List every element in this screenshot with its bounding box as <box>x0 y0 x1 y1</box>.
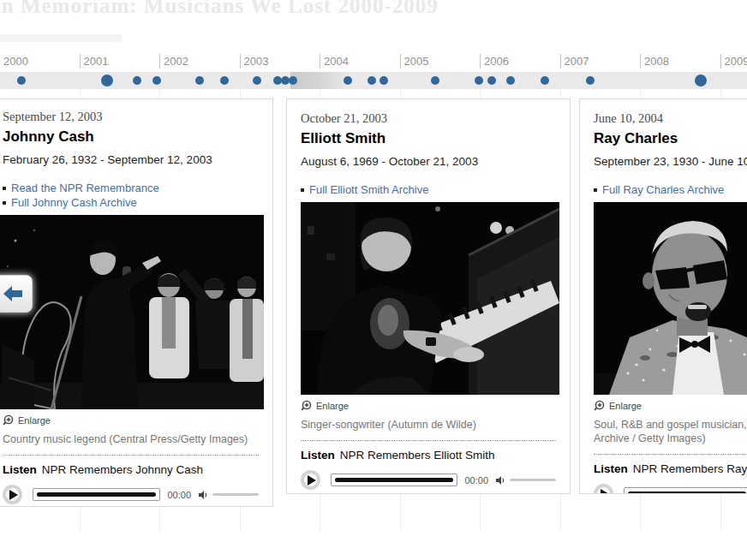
in-memoriam-timeline-app: In Memoriam: Musicians We Lost 2000-2009… <box>0 0 747 560</box>
year-label: 2002 <box>164 55 188 68</box>
faded-page-title: In Memoriam: Musicians We Lost 2000-2009 <box>0 0 439 18</box>
card-links: Read the NPR Remembrance Full Johnny Cas… <box>3 181 259 210</box>
year-tick <box>560 54 561 69</box>
memorial-card-ray-charles: June 10, 2004 Ray Charles September 23, … <box>579 98 747 494</box>
death-date: June 10, 2004 <box>594 111 747 126</box>
timeline-event-dot[interactable] <box>195 76 204 85</box>
timeline-event-dot[interactable] <box>133 76 141 85</box>
archive-link[interactable]: Full Elliott Smith Archive <box>309 182 428 197</box>
photo-caption: Soul, R&B and gospel musician, "TheArchi… <box>594 418 747 445</box>
divider <box>301 440 556 441</box>
faded-subtitle-remnant <box>0 34 122 42</box>
speaker-icon[interactable] <box>495 475 505 486</box>
timeline-event-dot[interactable] <box>289 76 297 85</box>
speaker-icon[interactable] <box>198 490 208 500</box>
card-links: Full Elliott Smith Archive <box>301 182 556 197</box>
year-label: 2001 <box>84 55 109 68</box>
seek-bar[interactable] <box>624 487 747 494</box>
audio-title: NPR Remembers Johnny Cash <box>42 463 203 476</box>
memorial-card-elliott-smith: October 21, 2003 Elliott Smith August 6,… <box>286 98 571 494</box>
card-links: Full Ray Charles Archive <box>594 182 747 197</box>
year-tick <box>640 54 641 69</box>
death-date: September 12, 2003 <box>3 110 259 124</box>
year-tick <box>400 54 401 69</box>
year-tick <box>480 54 481 69</box>
year-label: 2007 <box>565 55 589 68</box>
ray-charles-photo[interactable] <box>594 202 747 395</box>
listen-row: ListenNPR Remembers Elliott Smith <box>301 449 556 462</box>
play-icon <box>9 490 18 500</box>
elliott-smith-photo[interactable] <box>301 202 559 395</box>
artist-name: Johnny Cash <box>3 128 259 146</box>
year-tick <box>320 54 320 69</box>
year-label: 2000 <box>3 55 28 68</box>
seek-progress <box>335 478 453 482</box>
elapsed-time: 00:00 <box>167 490 191 500</box>
lifespan-dates: September 23, 1930 - June 10, 2004 <box>594 155 747 168</box>
seek-bar[interactable] <box>33 488 160 501</box>
enlarge-icon[interactable] <box>594 400 605 411</box>
year-label: 2004 <box>324 55 349 68</box>
audio-player: 00:00 <box>301 470 556 490</box>
audio-title: NPR Remembers Elliott Smith <box>340 449 495 462</box>
seek-bar[interactable] <box>331 474 457 486</box>
death-date: October 21, 2003 <box>301 111 556 126</box>
timeline-event-dot[interactable] <box>344 76 352 85</box>
enlarge-label[interactable]: Enlarge <box>609 401 642 411</box>
enlarge-label[interactable]: Enlarge <box>18 415 51 426</box>
seek-progress <box>37 492 156 497</box>
elapsed-time: 00:00 <box>464 475 488 486</box>
timeline-event-dot[interactable] <box>152 76 161 85</box>
timeline-event-dot[interactable] <box>253 76 261 85</box>
enlarge-label[interactable]: Enlarge <box>316 401 349 411</box>
timeline-event-dot[interactable] <box>475 76 483 85</box>
timeline-viewport-scrubber[interactable] <box>290 72 345 89</box>
artist-name: Ray Charles <box>594 130 747 147</box>
bullet-icon <box>3 187 6 190</box>
divider <box>3 455 259 456</box>
photo-caption: Country music legend (Central Press/Gett… <box>3 432 259 446</box>
bullet-icon <box>301 188 304 192</box>
volume-slider[interactable] <box>212 493 259 496</box>
lifespan-dates: August 6, 1969 - October 21, 2003 <box>301 155 556 168</box>
timeline-event-dot[interactable] <box>506 76 515 85</box>
timeline-event-dot[interactable] <box>586 76 595 85</box>
volume-slider[interactable] <box>510 479 556 481</box>
year-label: 2008 <box>644 55 669 68</box>
timeline-event-dot[interactable] <box>17 76 26 85</box>
photo-caption: Singer-songwriter (Autumn de Wilde) <box>301 418 556 432</box>
bullet-icon <box>3 201 6 205</box>
play-button[interactable] <box>594 484 613 494</box>
year-label: 2009 <box>725 55 747 68</box>
year-tick <box>159 54 160 69</box>
memorial-card-johnny-cash: September 12, 2003 Johnny Cash February … <box>0 98 273 507</box>
listen-row: ListenNPR Remembers Johnny Cash <box>3 463 259 476</box>
left-arrow-icon <box>2 284 24 303</box>
play-button[interactable] <box>301 470 320 490</box>
johnny-cash-photo[interactable] <box>0 215 264 409</box>
timeline-event-dot[interactable] <box>220 76 229 85</box>
enlarge-icon[interactable] <box>3 414 14 426</box>
enlarge-icon[interactable] <box>301 400 312 411</box>
timeline-event-dot[interactable] <box>368 76 376 85</box>
timeline-event-dot[interactable] <box>431 76 439 85</box>
year-tick <box>240 54 241 69</box>
year-label: 2005 <box>404 55 429 68</box>
divider <box>594 454 747 455</box>
play-button[interactable] <box>3 485 22 504</box>
remembrance-link[interactable]: Read the NPR Remembrance <box>11 181 159 195</box>
timeline-event-dot[interactable] <box>695 74 707 86</box>
archive-link[interactable]: Full Ray Charles Archive <box>602 182 724 197</box>
timeline-event-dot[interactable] <box>379 76 388 85</box>
timeline-event-dot[interactable] <box>541 76 549 85</box>
timeline-event-dot[interactable] <box>101 74 113 86</box>
audio-player: 00:00 <box>3 485 259 504</box>
listen-row: ListenNPR Remembers Ray Charles <box>594 462 747 475</box>
year-label: 2003 <box>244 55 269 68</box>
play-icon <box>601 489 609 495</box>
lifespan-dates: February 26, 1932 - September 12, 2003 <box>3 153 259 166</box>
previous-button[interactable] <box>0 275 33 313</box>
play-icon <box>308 475 316 486</box>
timeline-event-dot[interactable] <box>487 76 496 85</box>
archive-link[interactable]: Full Johnny Cash Archive <box>11 195 137 210</box>
